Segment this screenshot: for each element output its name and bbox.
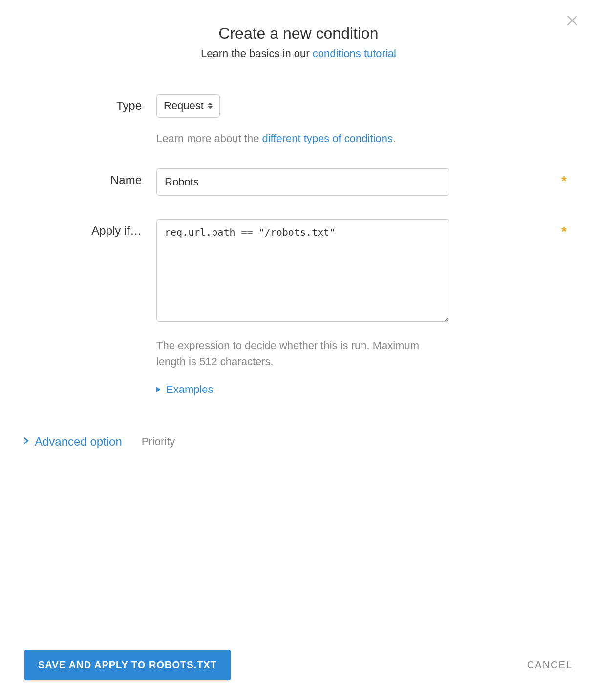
condition-types-link[interactable]: different types of conditions [262, 132, 392, 144]
subtitle-prefix: Learn the basics in our [201, 47, 313, 60]
close-icon [567, 15, 577, 26]
priority-label: Priority [142, 435, 175, 448]
apply-if-description: The expression to decide whether this is… [156, 337, 449, 370]
name-row: Name * [44, 168, 553, 196]
close-button[interactable] [567, 15, 577, 28]
svg-marker-3 [208, 106, 213, 109]
dialog-header: Create a new condition Learn the basics … [0, 0, 597, 60]
type-label: Type [116, 99, 142, 112]
examples-toggle[interactable]: Examples [156, 383, 553, 396]
type-row: Type Request Learn more about the differ… [44, 94, 553, 145]
apply-if-label: Apply if… [91, 224, 142, 237]
svg-marker-4 [24, 437, 29, 444]
save-and-apply-button[interactable]: SAVE AND APPLY TO ROBOTS.TXT [24, 650, 231, 680]
name-label: Name [110, 173, 142, 186]
type-help-prefix: Learn more about the [156, 132, 262, 144]
required-asterisk-icon: * [561, 224, 567, 240]
svg-marker-2 [208, 103, 213, 105]
chevron-right-icon [24, 437, 29, 446]
advanced-option-label: Advanced option [35, 435, 122, 449]
save-target: ROBOTS.TXT [149, 659, 217, 670]
type-select[interactable]: Request [156, 94, 220, 118]
triangle-right-icon [156, 387, 160, 392]
cancel-button[interactable]: CANCEL [527, 659, 573, 671]
type-help-suffix: . [393, 132, 396, 144]
advanced-option-row: Advanced option Priority [0, 435, 597, 449]
select-arrows-icon [208, 103, 213, 109]
dialog-title: Create a new condition [0, 24, 597, 42]
type-help-text: Learn more about the different types of … [156, 132, 553, 145]
required-asterisk-icon: * [561, 173, 567, 189]
apply-if-textarea[interactable] [156, 219, 449, 322]
save-prefix: SAVE AND APPLY TO [38, 659, 149, 670]
examples-label: Examples [166, 383, 213, 396]
dialog-subtitle: Learn the basics in our conditions tutor… [0, 47, 597, 60]
type-select-value: Request [164, 100, 204, 112]
apply-if-row: Apply if… * The expression to decide whe… [44, 219, 553, 396]
conditions-tutorial-link[interactable]: conditions tutorial [313, 47, 396, 60]
dialog-footer: SAVE AND APPLY TO ROBOTS.TXT CANCEL [0, 630, 597, 700]
condition-form: Type Request Learn more about the differ… [0, 60, 597, 396]
advanced-option-toggle[interactable]: Advanced option [24, 435, 122, 449]
name-input[interactable] [156, 168, 449, 196]
